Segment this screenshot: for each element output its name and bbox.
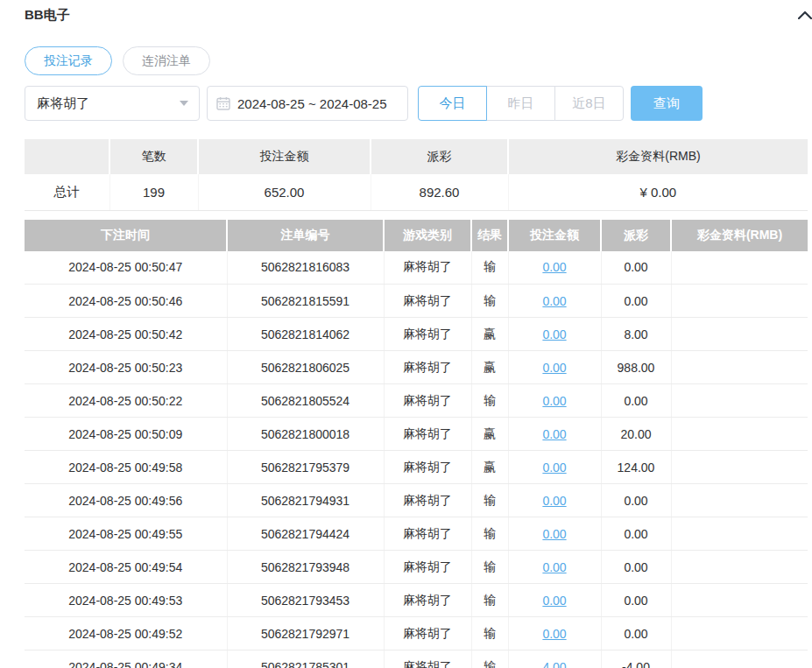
bet-amount-cell: 0.00 xyxy=(508,617,601,650)
bet-amount-link[interactable]: 0.00 xyxy=(542,427,566,441)
bet-amount-cell: 0.00 xyxy=(508,418,601,451)
quick-range-group: 今日 昨日 近8日 xyxy=(418,86,624,121)
bonus-cell xyxy=(671,451,808,484)
table-row: 2024-08-25 00:49:585062821795379麻将胡了赢0.0… xyxy=(25,451,808,484)
bet-amount-cell: 0.00 xyxy=(508,551,601,584)
payout-cell: 0.00 xyxy=(601,484,671,517)
bet-time-cell: 2024-08-25 00:49:58 xyxy=(25,451,227,484)
order-number-cell: 5062821816083 xyxy=(227,251,384,285)
bet-amount-cell: 0.00 xyxy=(508,517,601,551)
bet-amount-link[interactable]: 0.00 xyxy=(542,560,566,574)
bet-amount-cell: 0.00 xyxy=(508,251,601,285)
game-type-cell: 麻将胡了 xyxy=(384,418,471,451)
summary-total-count: 199 xyxy=(109,174,198,210)
bet-amount-link[interactable]: 0.00 xyxy=(542,527,566,541)
yesterday-button[interactable]: 昨日 xyxy=(486,86,555,121)
bet-time-cell: 2024-08-25 00:50:47 xyxy=(25,251,227,285)
table-row: 2024-08-25 00:49:345062821785301麻将胡了输4.0… xyxy=(25,650,808,668)
bet-time-cell: 2024-08-25 00:49:55 xyxy=(25,517,227,551)
bet-amount-cell: 0.00 xyxy=(508,384,601,418)
order-number-cell: 5062821794931 xyxy=(227,484,384,517)
summary-total-row: 总计 199 652.00 892.60 ¥ 0.00 xyxy=(25,174,808,210)
bet-amount-link[interactable]: 0.00 xyxy=(542,260,566,274)
order-number-cell: 5062821792971 xyxy=(227,617,384,650)
game-select[interactable]: 麻将胡了 xyxy=(25,86,200,121)
bet-amount-link[interactable]: 0.00 xyxy=(542,361,566,375)
bonus-cell xyxy=(671,285,808,318)
result-cell: 输 xyxy=(471,551,508,584)
payout-cell: 0.00 xyxy=(601,617,671,650)
bonus-cell xyxy=(671,351,808,384)
bet-time-cell: 2024-08-25 00:49:54 xyxy=(25,551,227,584)
payout-cell: 124.00 xyxy=(601,451,671,484)
bet-amount-cell: 0.00 xyxy=(508,484,601,517)
game-type-cell: 麻将胡了 xyxy=(384,451,471,484)
result-cell: 输 xyxy=(471,484,508,517)
table-row: 2024-08-25 00:50:225062821805524麻将胡了输0.0… xyxy=(25,384,808,418)
table-row: 2024-08-25 00:50:235062821806025麻将胡了赢0.0… xyxy=(25,351,808,384)
result-cell: 赢 xyxy=(471,351,508,384)
bet-amount-link[interactable]: 0.00 xyxy=(542,461,566,475)
bonus-cell xyxy=(671,650,808,668)
col-bet-amount: 投注金额 xyxy=(508,220,601,251)
col-result: 结果 xyxy=(471,220,508,251)
chevron-up-icon xyxy=(798,11,812,19)
tab-bar: 投注记录 连消注单 xyxy=(25,46,808,75)
bet-time-cell: 2024-08-25 00:49:56 xyxy=(25,484,227,517)
payout-cell: 988.00 xyxy=(601,351,671,384)
date-range-input[interactable]: 2024-08-25 ~ 2024-08-25 xyxy=(207,86,408,121)
summary-col-bonus: 彩金资料(RMB) xyxy=(508,139,808,174)
bonus-cell xyxy=(671,584,808,617)
bet-time-cell: 2024-08-25 00:49:53 xyxy=(25,584,227,617)
bet-amount-link[interactable]: 0.00 xyxy=(542,494,566,508)
payout-cell: 20.00 xyxy=(601,418,671,451)
records-tbody: 2024-08-25 00:50:475062821816083麻将胡了输0.0… xyxy=(25,251,808,668)
summary-total-label: 总计 xyxy=(25,174,109,210)
bet-amount-link[interactable]: 4.00 xyxy=(542,660,566,668)
collapse-button[interactable] xyxy=(795,5,812,25)
order-number-cell: 5062821785301 xyxy=(227,650,384,668)
summary-total-bonus: ¥ 0.00 xyxy=(508,174,808,210)
table-row: 2024-08-25 00:50:095062821800018麻将胡了赢0.0… xyxy=(25,418,808,451)
bet-amount-link[interactable]: 0.00 xyxy=(542,327,566,341)
bet-amount-link[interactable]: 0.00 xyxy=(542,294,566,308)
tab-bet-records[interactable]: 投注记录 xyxy=(25,46,112,75)
search-button[interactable]: 查询 xyxy=(631,86,703,121)
result-cell: 赢 xyxy=(471,318,508,351)
payout-cell: 0.00 xyxy=(601,517,671,551)
bet-amount-cell: 0.00 xyxy=(508,584,601,617)
summary-col-count: 笔数 xyxy=(109,139,198,174)
order-number-cell: 5062821800018 xyxy=(227,418,384,451)
game-type-cell: 麻将胡了 xyxy=(384,584,471,617)
records-table: 下注时间 注单编号 游戏类别 结果 投注金额 派彩 彩金资料(RMB) 2024… xyxy=(25,220,808,668)
table-row: 2024-08-25 00:49:535062821793453麻将胡了输0.0… xyxy=(25,584,808,617)
order-number-cell: 5062821793453 xyxy=(227,584,384,617)
payout-cell: 0.00 xyxy=(601,584,671,617)
today-button[interactable]: 今日 xyxy=(418,86,487,121)
bet-amount-cell: 0.00 xyxy=(508,318,601,351)
order-number-cell: 5062821814062 xyxy=(227,318,384,351)
bet-time-cell: 2024-08-25 00:49:34 xyxy=(25,650,227,668)
result-cell: 输 xyxy=(471,285,508,318)
page-title: BB电子 xyxy=(25,7,70,24)
records-header-row: 下注时间 注单编号 游戏类别 结果 投注金额 派彩 彩金资料(RMB) xyxy=(25,220,808,251)
bet-amount-link[interactable]: 0.00 xyxy=(542,394,566,408)
chevron-down-icon xyxy=(180,101,188,106)
table-row: 2024-08-25 00:49:525062821792971麻将胡了输0.0… xyxy=(25,617,808,650)
table-row: 2024-08-25 00:50:475062821816083麻将胡了输0.0… xyxy=(25,251,808,285)
last-8-days-button[interactable]: 近8日 xyxy=(554,86,624,121)
result-cell: 输 xyxy=(471,617,508,650)
game-type-cell: 麻将胡了 xyxy=(384,318,471,351)
game-type-cell: 麻将胡了 xyxy=(384,650,471,668)
bonus-cell xyxy=(671,517,808,551)
result-cell: 输 xyxy=(471,384,508,418)
bet-amount-cell: 0.00 xyxy=(508,451,601,484)
payout-cell: 0.00 xyxy=(601,251,671,285)
bb-dianzi-panel: BB电子 投注记录 连消注单 麻将胡了 2024-08-25 ~ 2024-08… xyxy=(25,0,808,668)
bet-time-cell: 2024-08-25 00:50:46 xyxy=(25,285,227,318)
bet-amount-link[interactable]: 0.00 xyxy=(542,627,566,641)
payout-cell: 0.00 xyxy=(601,551,671,584)
tab-cancelled-orders[interactable]: 连消注单 xyxy=(123,46,210,75)
game-type-cell: 麻将胡了 xyxy=(384,551,471,584)
bet-amount-link[interactable]: 0.00 xyxy=(542,594,566,608)
